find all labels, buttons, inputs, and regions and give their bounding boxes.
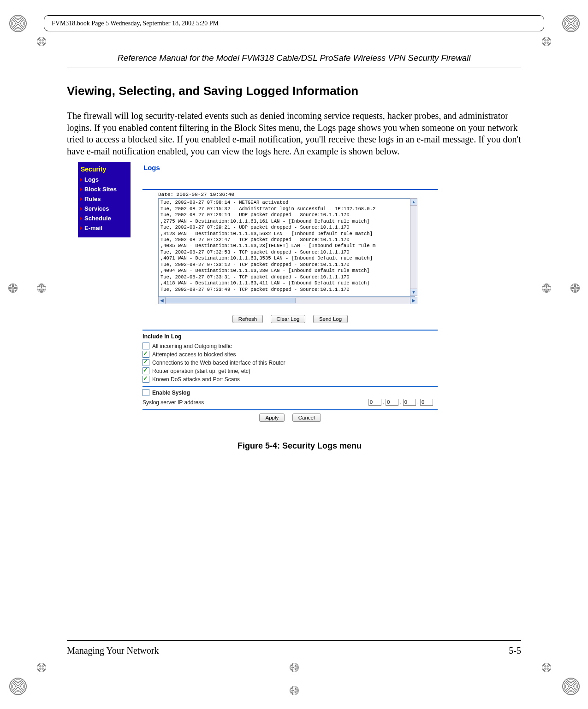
scroll-up-icon[interactable]: ▲: [410, 199, 417, 206]
include-checkbox-2[interactable]: [143, 359, 149, 366]
ip-octet-4[interactable]: 0: [420, 399, 433, 406]
cropmark-icon: [8, 284, 18, 293]
dot-icon: .: [400, 399, 401, 406]
include-checkbox-4[interactable]: [143, 376, 149, 383]
syslog-ip-label: Syslog server IP address: [143, 399, 204, 406]
dot-icon: .: [417, 399, 419, 406]
sidebar-item-services[interactable]: Services: [78, 204, 131, 213]
scroll-down-icon[interactable]: ▼: [410, 289, 417, 295]
scroll-thumb[interactable]: [166, 298, 296, 303]
cropmark-icon: [37, 663, 46, 672]
sidebar-nav: Security Logs Block Sites Rules Services…: [78, 162, 131, 237]
include-label-0: All incoming and Outgoing traffic: [152, 343, 232, 349]
panel-title: Logs: [143, 164, 438, 171]
sidebar-item-email[interactable]: E-mail: [78, 223, 131, 233]
sidebar-item-blocksites[interactable]: Block Sites: [78, 184, 131, 194]
cropmark-icon: [37, 284, 46, 293]
cropmark-icon: [542, 284, 551, 293]
divider-icon: [143, 330, 438, 331]
sidebar-heading: Security: [78, 165, 131, 175]
ip-octet-3[interactable]: 0: [403, 399, 416, 406]
running-header: Reference Manual for the Model FVM318 Ca…: [67, 53, 521, 67]
log-textarea[interactable]: Tue, 2002-08-27 07:08:14 - NETGEAR activ…: [158, 198, 415, 297]
include-checkbox-3[interactable]: [143, 367, 149, 374]
include-label-4: Known DoS attacks and Port Scans: [152, 376, 240, 383]
cropmark-icon: [290, 663, 299, 672]
cropmark-icon: [570, 284, 580, 293]
ip-octet-2[interactable]: 0: [386, 399, 398, 406]
body-paragraph: The firewall will log security-related e…: [67, 110, 521, 157]
cropmark-icon: [8, 14, 27, 32]
cropmark-icon: [37, 37, 46, 46]
apply-button[interactable]: Apply: [259, 414, 285, 422]
sidebar-item-rules[interactable]: Rules: [78, 194, 131, 204]
include-label-2: Connections to the Web-based interface o…: [152, 360, 285, 366]
enable-syslog-label: Enable Syslog: [152, 390, 190, 396]
figure-caption: Figure 5-4: Security Logs menu: [78, 441, 521, 451]
cancel-button[interactable]: Cancel: [292, 414, 321, 422]
include-checkbox-0[interactable]: [143, 343, 149, 349]
vertical-scrollbar[interactable]: ▲ ▼: [410, 198, 417, 296]
sidebar-item-logs[interactable]: Logs: [78, 175, 131, 184]
include-checkbox-1[interactable]: [143, 351, 149, 358]
footer-right: 5-5: [509, 645, 521, 656]
refresh-button[interactable]: Refresh: [232, 315, 263, 323]
ip-octet-1[interactable]: 0: [368, 399, 381, 406]
footer-left: Managing Your Network: [67, 645, 159, 656]
logs-panel: Logs Date: 2002-08-27 10:36:40 Tue, 2002…: [143, 162, 438, 428]
cropmark-icon: [8, 677, 27, 695]
divider-icon: [143, 189, 438, 190]
cropmark-icon: [561, 677, 580, 695]
log-date: Date: 2002-08-27 10:36:40: [158, 192, 438, 197]
divider-icon: [143, 386, 438, 387]
cropmark-icon: [542, 663, 551, 672]
clearlog-button[interactable]: Clear Log: [271, 315, 306, 323]
scroll-left-icon[interactable]: ◀: [159, 297, 166, 304]
sendlog-button[interactable]: Send Log: [313, 315, 348, 323]
divider-icon: [143, 409, 438, 410]
sidebar-item-schedule[interactable]: Schedule: [78, 213, 131, 223]
figure: Security Logs Block Sites Rules Services…: [78, 162, 521, 451]
horizontal-scrollbar[interactable]: ◀ ▶: [158, 297, 417, 304]
dot-icon: .: [383, 399, 384, 406]
scroll-right-icon[interactable]: ▶: [410, 297, 417, 304]
include-heading: Include in Log: [143, 333, 438, 340]
include-label-3: Router operation (start up, get time, et…: [152, 368, 250, 374]
cropmark-icon: [561, 14, 580, 32]
cropmark-icon: [290, 686, 299, 695]
include-label-1: Attempted access to blocked sites: [152, 351, 236, 358]
print-header-text: FVM318.book Page 5 Wednesday, September …: [52, 20, 219, 27]
section-heading: Viewing, Selecting, and Saving Logged In…: [67, 84, 521, 98]
cropmark-icon: [542, 37, 551, 46]
enable-syslog-checkbox[interactable]: [143, 389, 149, 396]
